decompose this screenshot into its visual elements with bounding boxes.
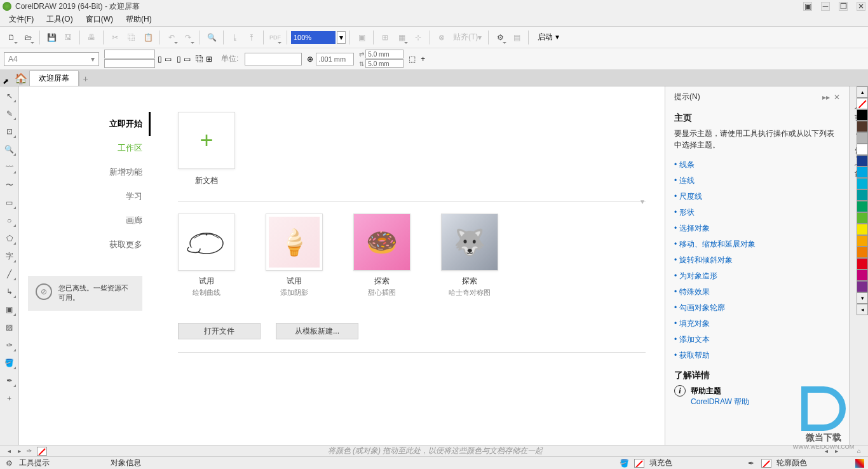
from-template-button[interactable]: 从模板新建... <box>276 323 358 339</box>
dup-y-input[interactable] <box>365 59 403 68</box>
add-preset-icon[interactable]: + <box>421 55 425 64</box>
color-swatch[interactable] <box>857 144 868 155</box>
hint-link[interactable]: 线条 <box>674 157 840 173</box>
coreldraw-help-link[interactable]: CorelDRAW 帮助 <box>674 397 749 406</box>
current-page-icon[interactable]: ▭ <box>184 55 191 64</box>
no-color-swatch[interactable] <box>37 447 47 456</box>
palette-menu-icon[interactable]: ⌂ <box>854 447 864 456</box>
color-swatch[interactable] <box>857 189 868 201</box>
shape-tool-icon[interactable]: ✎ <box>3 107 17 121</box>
home-icon[interactable]: 🏠 <box>13 71 29 86</box>
scroll-right-icon[interactable]: ▸ <box>14 447 24 456</box>
cut-icon[interactable]: ✂ <box>107 30 123 45</box>
scroll-left-icon[interactable]: ◂ <box>4 447 14 456</box>
fill-bucket-icon[interactable]: 🪣 <box>619 458 629 468</box>
panel-menu-icon[interactable]: ▸▸ <box>822 93 830 102</box>
gallery-item-icecream[interactable]: 🍦 试用 添加阴影 <box>266 214 323 297</box>
nudge-icon[interactable]: ⊕ <box>307 55 313 64</box>
export-icon[interactable]: ⭱ <box>244 30 259 45</box>
hint-link[interactable]: 移动、缩放和延展对象 <box>674 236 840 252</box>
snap-off-icon[interactable]: ⊗ <box>434 30 449 45</box>
color-swatch[interactable] <box>857 109 868 121</box>
palette-up-icon[interactable]: ▴ <box>857 86 868 98</box>
redo-icon[interactable]: ↷ <box>180 30 196 45</box>
gallery-item-cap[interactable]: 试用 绘制曲线 <box>178 214 235 297</box>
panel-close-icon[interactable]: ✕ <box>834 93 840 102</box>
fill-swatch[interactable] <box>634 459 644 468</box>
fullscreen-icon[interactable]: ▣ <box>354 30 369 45</box>
outline-tool-icon[interactable]: ✒ <box>3 374 17 388</box>
pick-tool-corner-icon[interactable]: ⬈ <box>3 77 13 86</box>
copy-icon[interactable]: ⿻ <box>124 30 139 45</box>
facing-pages-icon[interactable]: ⿻ <box>196 55 203 64</box>
page-width-input[interactable] <box>104 50 155 58</box>
tab-welcome[interactable]: 欢迎屏幕 <box>29 71 79 86</box>
layout-icon[interactable]: ▤ <box>509 30 524 45</box>
rectangle-tool-icon[interactable]: ▭ <box>3 196 17 210</box>
paper-size-select[interactable]: A4▾ <box>4 52 99 66</box>
polygon-tool-icon[interactable]: ⬠ <box>3 231 17 245</box>
color-swatch[interactable] <box>857 121 868 132</box>
new-doc-icon[interactable]: 🗋 <box>4 30 19 45</box>
landscape-icon[interactable]: ▭ <box>165 55 172 64</box>
color-swatch[interactable] <box>857 281 868 292</box>
scroll-left-end-icon[interactable]: ◂ <box>821 447 831 456</box>
color-swatch[interactable] <box>857 235 868 247</box>
unit-select[interactable] <box>245 53 302 65</box>
add-tool-icon[interactable]: + <box>3 391 17 405</box>
portrait-icon[interactable]: ▯ <box>158 55 162 64</box>
guidelines-icon[interactable]: ⊹ <box>410 30 426 45</box>
rulers-icon[interactable]: ⊞ <box>377 30 393 45</box>
no-color-swatch[interactable] <box>857 98 868 109</box>
color-swatch[interactable] <box>857 269 868 281</box>
color-swatch[interactable] <box>857 201 868 212</box>
hint-link[interactable]: 形状 <box>674 205 840 221</box>
add-tab-icon[interactable]: + <box>79 72 92 86</box>
text-tool-icon[interactable]: 字 <box>3 249 17 263</box>
all-pages-icon[interactable]: ▯ <box>177 55 181 64</box>
color-swatch[interactable] <box>857 247 868 258</box>
layout-icon2[interactable]: ⊞ <box>206 55 212 64</box>
minimize-icon[interactable]: ─ <box>821 2 830 11</box>
open-file-button[interactable]: 打开文件 <box>178 323 261 339</box>
connector-icon[interactable]: ↳ <box>3 285 17 299</box>
import-icon[interactable]: ⭳ <box>227 30 243 45</box>
nudge-value-input[interactable] <box>316 53 354 65</box>
undo-icon[interactable]: ↶ <box>164 30 179 45</box>
color-swatch[interactable] <box>857 132 868 144</box>
save-as-icon[interactable]: 🖫 <box>60 30 76 45</box>
zoom-dropdown[interactable]: ▾ <box>337 31 346 44</box>
menu-file[interactable]: 文件(F) <box>3 13 40 26</box>
color-swatch[interactable] <box>857 178 868 189</box>
eyedropper-icon[interactable]: ✑ <box>24 447 34 456</box>
outline-swatch[interactable] <box>761 459 771 468</box>
zoom-level[interactable]: 100% <box>291 31 336 44</box>
grid-icon[interactable]: ▦ <box>394 30 409 45</box>
maximize-icon[interactable]: ❐ <box>839 2 848 11</box>
launch-dropdown[interactable]: 启动 ▾ <box>532 32 564 43</box>
parallel-dim-icon[interactable]: ╱ <box>3 267 17 281</box>
fill-tool-icon[interactable]: 🪣 <box>3 356 17 370</box>
page-height-input[interactable] <box>104 59 155 68</box>
gear-icon[interactable]: ⚙ <box>4 458 14 468</box>
scroll-right-end-icon[interactable]: ▸ <box>831 447 841 456</box>
print-icon[interactable]: 🖶 <box>84 30 99 45</box>
palette-down-icon[interactable]: ▾ <box>857 292 868 304</box>
hint-link[interactable]: 获取帮助 <box>674 348 840 364</box>
hint-link[interactable]: 填充对象 <box>674 316 840 332</box>
hint-link[interactable]: 特殊效果 <box>674 284 840 300</box>
open-icon[interactable]: 🗁 <box>20 30 36 45</box>
transparency-icon[interactable]: ▨ <box>3 320 17 334</box>
pen-icon[interactable]: ✒ <box>746 458 756 468</box>
menu-tools[interactable]: 工具(O) <box>40 13 79 26</box>
hint-link[interactable]: 连线 <box>674 173 840 189</box>
artistic-media-icon[interactable]: 〜 <box>3 178 17 192</box>
dup-x-input[interactable] <box>365 50 403 58</box>
account-icon[interactable]: ▣ <box>803 2 812 11</box>
ellipse-tool-icon[interactable]: ○ <box>3 214 17 228</box>
sidebar-item-gallery[interactable]: 画廊 <box>38 208 142 233</box>
color-swatch[interactable] <box>857 258 868 269</box>
freehand-tool-icon[interactable]: 〰 <box>3 160 17 174</box>
gallery-item-sweets[interactable]: 🍩 探索 甜心插图 <box>353 214 410 297</box>
pick-tool-icon[interactable]: ↖ <box>3 89 17 103</box>
